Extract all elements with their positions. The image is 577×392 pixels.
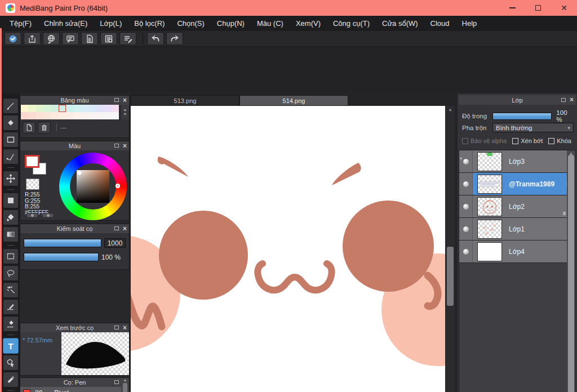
layer-row-content[interactable]: Lớp1	[473, 218, 575, 240]
palette-scroll[interactable]: ▲▼	[121, 105, 129, 119]
canvas-vertical-scrollbar[interactable]: ▲ ▼	[446, 106, 455, 392]
layer-visibility-cell[interactable]	[459, 240, 473, 262]
menu-item-3[interactable]: Bộ lọc(R)	[128, 16, 171, 31]
layer-list-scroll-icon[interactable]: ▾	[460, 156, 462, 161]
palette-swatch[interactable]	[51, 105, 59, 112]
palette-swatch[interactable]	[66, 105, 73, 112]
scroll-up-icon[interactable]: ▲	[446, 107, 455, 112]
close-icon[interactable]: ×	[123, 96, 127, 105]
palette-swatch[interactable]	[59, 112, 66, 119]
scroll-up-icon[interactable]: ▲	[123, 378, 127, 382]
layer-opacity-slider[interactable]	[492, 113, 552, 120]
layer-row-content[interactable]: Lớp28	[473, 195, 575, 217]
tool-rect-select-icon[interactable]	[3, 132, 19, 148]
layer-row[interactable]: Lớp4	[459, 240, 575, 263]
saturation-value-square[interactable]	[77, 170, 109, 203]
tool-select-eraser-icon[interactable]	[3, 316, 19, 332]
checkbox-box[interactable]	[512, 138, 518, 144]
palette-swatch[interactable]	[89, 105, 96, 112]
palette-swatch[interactable]	[28, 105, 35, 112]
checkbox-box[interactable]	[548, 138, 554, 144]
menu-item-6[interactable]: Màu (C)	[251, 16, 290, 31]
layer-row-content[interactable]: Lớp3	[473, 150, 575, 172]
tool-divide-icon[interactable]	[3, 372, 19, 387]
palette-swatch[interactable]	[59, 105, 66, 112]
redo-icon[interactable]	[166, 32, 183, 45]
hue-cursor[interactable]	[116, 184, 120, 188]
visibility-dot-icon[interactable]	[463, 204, 469, 210]
palette-swatch[interactable]	[104, 105, 111, 112]
palette-swatch[interactable]	[89, 112, 96, 119]
menu-item-4[interactable]: Chọn(S)	[171, 16, 210, 31]
transparent-color-swatch[interactable]	[26, 179, 39, 190]
brush-list-scrollbar[interactable]: ▲▼	[121, 378, 129, 392]
close-icon[interactable]: ×	[570, 95, 574, 105]
popout-icon[interactable]	[114, 326, 119, 329]
tool-text-icon[interactable]: T	[3, 338, 19, 354]
close-icon[interactable]: ×	[123, 323, 127, 332]
layer-row[interactable]: Lớp28	[459, 195, 575, 218]
tool-magic-wand-icon[interactable]	[3, 282, 19, 298]
layer-visibility-cell[interactable]	[459, 195, 473, 217]
layer-visibility-cell[interactable]	[459, 218, 473, 240]
scroll-thumb[interactable]	[123, 383, 127, 392]
tool-polyline-pen-icon[interactable]	[3, 149, 19, 164]
popout-icon[interactable]	[114, 144, 119, 148]
tool-select-pen-icon[interactable]	[3, 299, 19, 315]
layer-list-scrollbar[interactable]: ▲ ▼	[567, 150, 575, 392]
palette-swatch[interactable]	[51, 112, 59, 119]
tool-move-icon[interactable]	[3, 171, 19, 186]
brush-opacity-slider[interactable]	[24, 253, 99, 261]
scroll-thumb[interactable]	[568, 155, 574, 392]
maximize-button[interactable]	[525, 0, 551, 16]
checkbox-2[interactable]: Khóa	[548, 137, 571, 144]
palette-swatch[interactable]	[112, 105, 119, 112]
menu-item-9[interactable]: Cửa sổ(W)	[376, 16, 424, 31]
menu-item-7[interactable]: Xem(V)	[290, 16, 327, 31]
tab-514[interactable]: 514.png	[239, 95, 348, 106]
brush-row[interactable]: 20Pixel	[20, 387, 129, 392]
scroll-down-icon[interactable]: ▼	[123, 112, 127, 117]
color-mode-button[interactable]	[26, 213, 38, 218]
layer-visibility-cell[interactable]	[459, 150, 473, 172]
menu-item-8[interactable]: Công cụ(T)	[327, 16, 376, 31]
palette-swatch[interactable]	[21, 112, 28, 119]
new-palette-page-button[interactable]	[23, 122, 35, 133]
checkbox-1[interactable]: Xén bớt	[512, 137, 543, 144]
close-button[interactable]: ✕	[551, 0, 577, 16]
tool-marquee-select-icon[interactable]	[3, 248, 19, 264]
palette-swatch[interactable]	[36, 105, 43, 112]
tool-eraser-icon[interactable]	[3, 115, 19, 131]
palette-swatch[interactable]	[36, 112, 43, 119]
history-list-icon[interactable]	[100, 32, 117, 45]
scroll-thumb[interactable]	[447, 247, 454, 306]
menu-item-10[interactable]: Cloud	[424, 16, 456, 31]
tab-513[interactable]: 513.png	[131, 95, 239, 106]
tool-lasso-select-icon[interactable]	[3, 265, 19, 281]
visibility-dot-icon[interactable]	[463, 159, 469, 164]
menu-item-11[interactable]: Help	[456, 16, 483, 31]
brush-size-value[interactable]: 1000	[104, 238, 126, 248]
blend-mode-select[interactable]: Bình thường ▾	[492, 123, 574, 132]
palette-swatch[interactable]	[96, 105, 104, 112]
tool-bucket-icon[interactable]	[3, 210, 19, 225]
publish-icon[interactable]	[24, 32, 41, 45]
layer-row[interactable]: Lớp1	[459, 218, 575, 240]
layer-row-content[interactable]: @Tranma1989⚙	[473, 173, 575, 195]
undo-icon[interactable]	[147, 32, 164, 45]
menu-item-0[interactable]: Tệp(F)	[3, 16, 38, 31]
popout-icon[interactable]	[114, 226, 119, 230]
minimize-button[interactable]	[499, 0, 525, 16]
palette-swatch[interactable]	[112, 112, 119, 119]
visibility-dot-icon[interactable]	[463, 249, 469, 255]
foreground-color-swatch[interactable]	[25, 155, 39, 168]
visibility-dot-icon[interactable]	[463, 181, 469, 187]
palette-swatch[interactable]	[96, 112, 104, 119]
layer-visibility-cell[interactable]	[459, 173, 473, 195]
comment-icon[interactable]	[62, 32, 79, 45]
palette-swatch[interactable]	[21, 105, 28, 112]
drawing-canvas[interactable]	[131, 106, 445, 392]
palette-swatch[interactable]	[43, 105, 51, 112]
color-wheel[interactable]	[59, 153, 127, 220]
sv-cursor[interactable]	[77, 171, 82, 175]
